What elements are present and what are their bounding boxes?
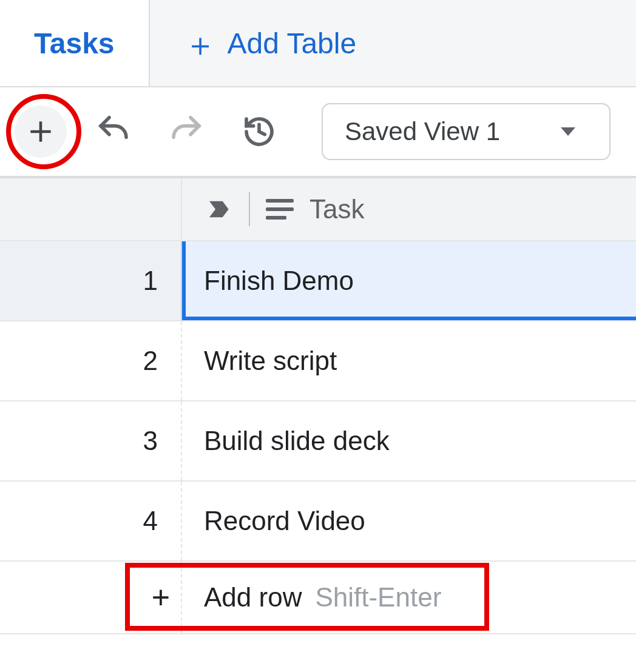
tab-tasks[interactable]: Tasks	[0, 0, 150, 86]
task-cell[interactable]: Record Video	[182, 482, 636, 560]
expand-column-icon	[204, 195, 233, 224]
row-index[interactable]: 1	[0, 241, 182, 320]
table-row[interactable]: 1 Finish Demo	[0, 241, 636, 321]
add-row-gutter: +	[0, 562, 182, 633]
table-tab-bar: Tasks ＋ Add Table	[0, 0, 636, 87]
toolbar: Saved View 1	[0, 87, 636, 177]
plus-icon: ＋	[184, 28, 217, 61]
text-column-icon	[266, 199, 294, 220]
svg-line-3	[259, 132, 265, 135]
column-header-task[interactable]: Task	[182, 178, 636, 240]
table-row[interactable]: 3 Build slide deck	[0, 402, 636, 482]
task-cell[interactable]: Finish Demo	[182, 241, 636, 320]
undo-icon	[96, 115, 130, 149]
row-index[interactable]: 3	[0, 402, 182, 480]
undo-button[interactable]	[87, 106, 140, 158]
task-cell[interactable]: Write script	[182, 321, 636, 400]
add-row-cell: Add row Shift-Enter	[182, 562, 636, 633]
saved-view-selector[interactable]: Saved View 1	[322, 103, 611, 160]
row-gutter-header[interactable]	[0, 178, 182, 240]
add-table-label: Add Table	[228, 27, 357, 60]
add-row-label: Add row	[204, 582, 302, 613]
column-title: Task	[310, 194, 364, 224]
saved-view-label: Saved View 1	[345, 117, 500, 146]
redo-button[interactable]	[160, 106, 212, 158]
grid-header-row: Task	[0, 177, 636, 241]
insert-row-button[interactable]	[15, 106, 67, 158]
add-table-tab[interactable]: ＋ Add Table	[150, 0, 391, 86]
table-row[interactable]: 4 Record Video	[0, 482, 636, 562]
add-row-button[interactable]: + Add row Shift-Enter	[0, 562, 636, 634]
divider	[249, 192, 250, 226]
table-row[interactable]: 2 Write script	[0, 321, 636, 402]
history-icon	[242, 115, 276, 149]
row-index[interactable]: 2	[0, 321, 182, 400]
chevron-down-icon	[561, 127, 575, 136]
task-cell[interactable]: Build slide deck	[182, 402, 636, 480]
history-button[interactable]	[233, 106, 285, 158]
row-index[interactable]: 4	[0, 482, 182, 560]
tab-tasks-label: Tasks	[34, 27, 115, 60]
task-grid: Task 1 Finish Demo 2 Write script 3 Buil…	[0, 177, 636, 634]
redo-icon	[169, 115, 203, 149]
plus-icon: +	[152, 579, 170, 616]
plus-icon	[25, 116, 56, 147]
add-row-shortcut: Shift-Enter	[315, 582, 441, 613]
